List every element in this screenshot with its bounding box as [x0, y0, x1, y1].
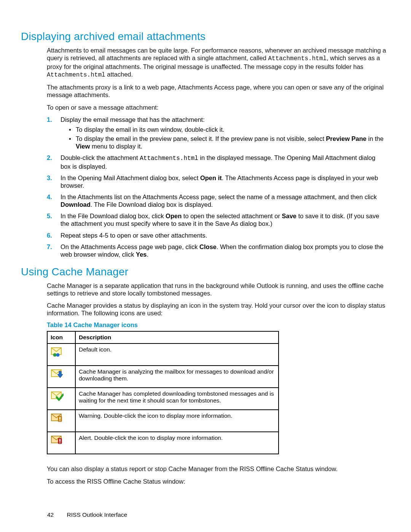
- text: to open the selected attachment or: [182, 212, 282, 219]
- icon-cell: [47, 410, 75, 432]
- icon-cell: [47, 366, 75, 388]
- sub-bullets: To display the email in its own window, …: [69, 126, 386, 150]
- table-row: Cache Manager is analyzing the mailbox f…: [47, 366, 279, 388]
- envelope-warning-icon: [51, 412, 64, 423]
- steps-list: Display the email message that has the a…: [47, 116, 386, 258]
- text: attached.: [105, 71, 133, 78]
- bold-text: Open: [166, 212, 182, 219]
- body-para: Attachments to email messages can be qui…: [47, 46, 386, 79]
- text: To display the email in the preview pane…: [76, 135, 326, 142]
- svg-rect-12: [59, 439, 61, 442]
- text: .: [147, 251, 149, 258]
- text: menu to display it.: [90, 143, 142, 150]
- bold-text: Download: [61, 201, 91, 208]
- icon-cell: [47, 432, 75, 454]
- body-para: Cache Manager provides a status by displ…: [47, 302, 386, 317]
- text: . The File Download dialog box is displa…: [91, 201, 213, 208]
- body-para: To access the RISS Offline Cache Status …: [47, 478, 386, 485]
- envelope-check-icon: [51, 390, 64, 401]
- table-row: Default icon.: [47, 343, 279, 366]
- cache-manager-icons-table: Icon Description Default icon.: [47, 331, 279, 454]
- table-row: Cache Manager has completed downloading …: [47, 388, 279, 410]
- icon-cell: [47, 388, 75, 410]
- body-para: To open or save a message attachment:: [47, 104, 386, 111]
- envelope-download-icon: [51, 368, 64, 379]
- text: in the: [366, 135, 384, 142]
- envelope-alert-icon: [51, 435, 64, 445]
- bullet-item: To display the email in the preview pane…: [69, 135, 386, 150]
- body-para: Cache Manager is a separate application …: [47, 282, 386, 297]
- svg-rect-8: [59, 417, 61, 420]
- bold-text: View: [76, 143, 90, 150]
- footer-title: RISS Outlook Interface: [67, 511, 127, 518]
- svg-rect-13: [59, 443, 61, 443]
- desc-cell: Cache Manager is analyzing the mailbox f…: [75, 366, 279, 388]
- table-row: Alert. Double-click the icon to display …: [47, 432, 279, 454]
- code-filename: Attachments.html: [47, 72, 105, 78]
- table-row: Warning. Double-click the icon to displa…: [47, 410, 279, 432]
- desc-cell: Alert. Double-click the icon to display …: [75, 432, 279, 454]
- desc-cell: Warning. Double-click the icon to displa…: [75, 410, 279, 432]
- code-filename: Attachments.html: [268, 55, 327, 62]
- page-number: 42: [47, 511, 54, 518]
- text: Double-click the attachment: [61, 154, 140, 161]
- step-item: On the Attachments Access page web page,…: [47, 243, 386, 258]
- bullet-item: To display the email in its own window, …: [69, 126, 386, 133]
- text: Display the email message that has the a…: [61, 116, 205, 123]
- svg-rect-9: [59, 420, 61, 421]
- desc-cell: Default icon.: [75, 343, 279, 366]
- desc-cell: Cache Manager has completed downloading …: [75, 388, 279, 410]
- text: In the Opening Mail Attachment dialog bo…: [61, 174, 200, 181]
- bold-text: Close: [199, 243, 217, 250]
- step-item: Double-click the attachment Attachments.…: [47, 154, 386, 170]
- step-item: In the Attachments list on the Attachmen…: [47, 193, 386, 208]
- bold-text: Save: [282, 212, 297, 219]
- bold-text: Open it: [200, 174, 222, 181]
- bold-text: Preview Pane: [326, 135, 366, 142]
- svg-point-2: [56, 353, 60, 357]
- heading-using-cache-manager: Using Cache Manager: [21, 266, 390, 278]
- th-icon: Icon: [47, 331, 75, 343]
- th-description: Description: [75, 331, 279, 343]
- text: In the Attachments list on the Attachmen…: [61, 193, 377, 200]
- step-item: In the Opening Mail Attachment dialog bo…: [47, 174, 386, 189]
- bold-text: Yes: [136, 251, 147, 258]
- heading-displaying-attachments: Displaying archived email attachments: [21, 30, 390, 43]
- step-item: Repeat steps 4-5 to open or save other a…: [47, 232, 386, 239]
- icon-cell: [47, 343, 75, 366]
- page-footer: 42 RISS Outlook Interface: [47, 511, 127, 518]
- step-item: In the File Download dialog box, click O…: [47, 212, 386, 227]
- body-para: The attachments proxy is a link to a web…: [47, 83, 386, 99]
- step-item: Display the email message that has the a…: [47, 116, 386, 150]
- code-filename: Attachments.html: [140, 155, 198, 162]
- text: In the File Download dialog box, click: [61, 212, 166, 219]
- body-para: You can also display a status report or …: [47, 465, 386, 473]
- text: On the Attachments Access page web page,…: [61, 243, 199, 250]
- envelope-default-icon: [51, 346, 64, 357]
- svg-point-1: [53, 353, 57, 357]
- table-caption: Table 14 Cache Manager icons: [47, 321, 386, 329]
